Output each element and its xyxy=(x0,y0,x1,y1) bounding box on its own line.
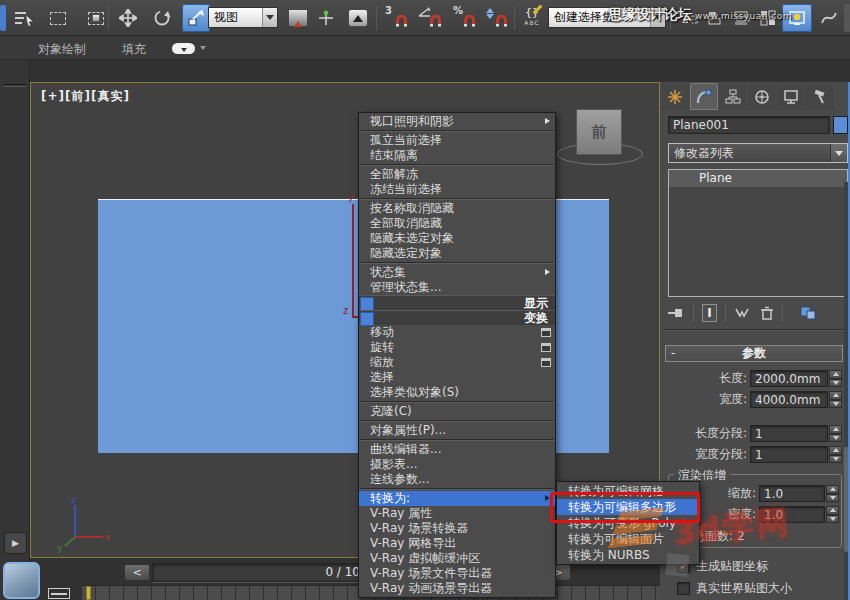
menu-item[interactable]: 转换为: xyxy=(359,491,555,506)
named-selection-set-dropdown[interactable]: 创建选择集 xyxy=(548,7,666,28)
keyboard-shortcut-override-button[interactable] xyxy=(344,4,372,32)
tab-hierarchy[interactable] xyxy=(719,83,747,110)
menu-item[interactable]: 隐藏未选定对象 xyxy=(359,231,555,246)
density-field[interactable]: 1.0 xyxy=(759,506,825,523)
edit-named-selection-sets-button[interactable]: {} ABC xyxy=(518,4,546,32)
length-segs-field[interactable]: 1 xyxy=(750,425,828,442)
menu-item[interactable]: 状态集 xyxy=(359,265,555,280)
menu-item[interactable]: V-Ray 虚拟帧缓冲区 xyxy=(359,551,555,566)
menu-item[interactable]: 结束隔离 xyxy=(359,148,555,163)
ribbon-tab-populate[interactable]: 填充 xyxy=(122,41,146,58)
scale-field[interactable]: 1.0 xyxy=(759,485,825,502)
ribbon-minimize-pill[interactable] xyxy=(172,43,195,54)
menu-item[interactable]: 隐藏选定对象 xyxy=(359,246,555,261)
parameters-rollout-header[interactable]: - 参数 xyxy=(665,345,843,362)
menu-item[interactable]: 管理状态集... xyxy=(359,280,555,295)
gizmo-axis-line[interactable] xyxy=(352,204,354,317)
width-spinner[interactable] xyxy=(829,391,842,408)
menu-item[interactable]: 选择类似对象(S) xyxy=(359,385,555,400)
viewcube[interactable]: 前 xyxy=(576,109,622,155)
submenu-item[interactable]: 转换为可编辑网格 xyxy=(557,483,699,499)
settings-box-icon[interactable] xyxy=(541,343,551,352)
collapse-icon[interactable]: - xyxy=(671,346,675,361)
align-button[interactable] xyxy=(702,4,730,32)
tab-motion[interactable] xyxy=(748,83,776,110)
menu-item[interactable]: 全部取消隐藏 xyxy=(359,216,555,231)
scale-spinner[interactable] xyxy=(826,485,839,502)
menu-item[interactable]: 移动 xyxy=(359,325,555,340)
width-field[interactable]: 4000.0mm xyxy=(750,391,828,408)
submenu-item[interactable]: 转换为可编辑面片 xyxy=(557,531,699,547)
submenu-item[interactable]: 转换为 NURBS xyxy=(557,547,699,563)
rectangular-selection-region-button[interactable] xyxy=(44,4,72,32)
real-world-map-size-checkbox[interactable]: 真实世界贴图大小 xyxy=(677,581,792,595)
angle-snap-toggle-button[interactable] xyxy=(416,4,444,32)
reference-coordinate-system-dropdown[interactable]: 视图 xyxy=(208,7,278,28)
track-bar-frame-marker[interactable] xyxy=(86,586,91,600)
menu-item[interactable]: 连线参数... xyxy=(359,472,555,487)
length-segs-spinner[interactable] xyxy=(829,425,842,442)
submenu-item[interactable]: 转换为可编辑多边形 xyxy=(557,499,699,515)
dropdown-arrow-icon[interactable] xyxy=(650,8,665,27)
sidebar-grip[interactable] xyxy=(3,84,26,87)
menu-item[interactable]: 旋转 xyxy=(359,340,555,355)
select-and-rotate-button[interactable] xyxy=(148,4,176,32)
menu-item[interactable]: 全部解冻 xyxy=(359,167,555,182)
sidebar-expand-button[interactable]: ▶ xyxy=(4,532,27,554)
spinner-snap-toggle-button[interactable] xyxy=(482,4,510,32)
menu-item[interactable]: V-Ray 场景转换器 xyxy=(359,521,555,536)
tab-utilities[interactable] xyxy=(806,83,834,110)
pin-stack-button[interactable] xyxy=(667,306,685,320)
ribbon-dropdown-arrow-icon[interactable] xyxy=(200,46,206,50)
layer-manager-button[interactable] xyxy=(728,4,756,32)
tab-create[interactable] xyxy=(661,83,689,110)
checkbox-unchecked-icon[interactable] xyxy=(677,582,690,595)
dropdown-arrow-icon[interactable] xyxy=(830,144,847,162)
use-pivot-center-button[interactable] xyxy=(284,4,312,32)
mirror-button[interactable] xyxy=(676,4,704,32)
menu-item[interactable]: 冻结当前选择 xyxy=(359,182,555,197)
length-field[interactable]: 2000.0mm xyxy=(750,370,828,387)
material-editor-button[interactable] xyxy=(782,4,812,32)
menu-item[interactable]: V-Ray 网格导出 xyxy=(359,536,555,551)
window-crossing-toggle-button[interactable] xyxy=(82,4,110,32)
menu-item[interactable]: 视口照明和阴影 xyxy=(359,114,555,129)
taskbar-tile[interactable] xyxy=(3,562,40,599)
settings-box-icon[interactable] xyxy=(541,358,551,367)
menu-item[interactable]: V-Ray 场景文件导出器 xyxy=(359,566,555,581)
configure-modifier-sets-button[interactable] xyxy=(800,306,816,320)
length-spinner[interactable] xyxy=(829,370,842,387)
menu-item[interactable]: 摄影表... xyxy=(359,457,555,472)
stack-item-plane[interactable]: Plane xyxy=(669,170,847,187)
dropdown-arrow-icon[interactable] xyxy=(262,8,277,27)
menu-item[interactable]: 对象属性(P)... xyxy=(359,423,555,438)
object-color-swatch[interactable] xyxy=(833,116,848,134)
menu-item[interactable]: 缩放 xyxy=(359,355,555,370)
menu-item[interactable]: 按名称取消隐藏 xyxy=(359,201,555,216)
menu-item[interactable]: 曲线编辑器... xyxy=(359,442,555,457)
submenu-item[interactable]: 转换为可变形 gPoly xyxy=(557,515,699,531)
remove-modifier-button[interactable] xyxy=(760,306,774,320)
width-segs-spinner[interactable] xyxy=(829,446,842,463)
ribbon-tab-object-paint[interactable]: 对象绘制 xyxy=(38,41,86,58)
tab-modify[interactable] xyxy=(690,83,718,110)
snaps-toggle-3d-button[interactable]: 3 xyxy=(382,4,410,32)
make-unique-button[interactable] xyxy=(734,307,750,319)
menu-item[interactable]: 克隆(C) xyxy=(359,404,555,419)
graphite-ribbon-toggle-button[interactable] xyxy=(754,4,782,32)
tab-display[interactable] xyxy=(777,83,805,110)
modifier-stack[interactable]: Plane xyxy=(668,169,848,297)
modifier-list-dropdown[interactable]: 修改器列表 xyxy=(668,143,848,163)
render-setup-button[interactable] xyxy=(816,4,842,32)
width-segs-field[interactable]: 1 xyxy=(750,446,828,463)
density-spinner[interactable] xyxy=(826,506,839,523)
object-name-field[interactable]: Plane001 xyxy=(668,116,830,134)
select-and-scale-button[interactable] xyxy=(182,4,210,32)
viewport-label[interactable]: [+][前][真实] xyxy=(41,88,130,105)
select-and-manipulate-button[interactable] xyxy=(312,4,340,32)
mini-track-icon[interactable] xyxy=(48,588,70,599)
select-and-move-button[interactable] xyxy=(114,4,142,32)
percent-snap-toggle-button[interactable]: % xyxy=(450,4,478,32)
previous-frame-button[interactable]: < xyxy=(124,564,150,581)
select-by-name-button[interactable] xyxy=(10,4,38,32)
